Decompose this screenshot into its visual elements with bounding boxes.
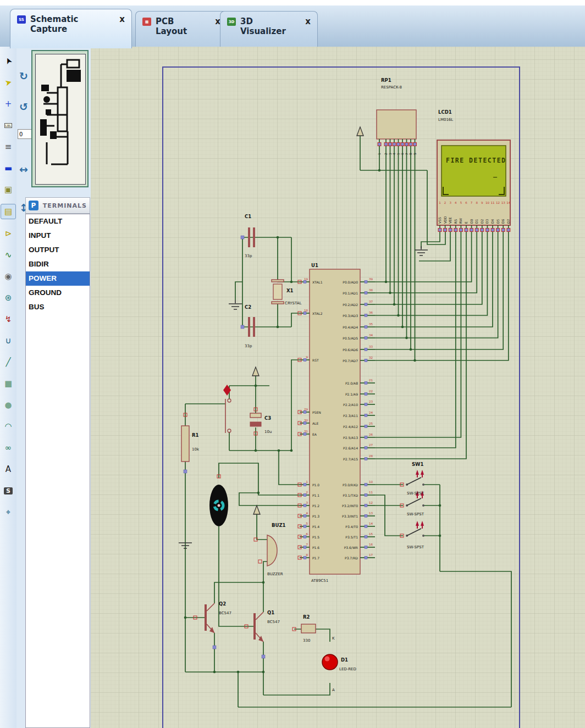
svg-text:P0.0/AD0: P0.0/AD0 bbox=[343, 280, 358, 284]
terminal-item-bidir[interactable]: BIDIR bbox=[26, 257, 90, 271]
svg-text:P3.0/RXD: P3.0/RXD bbox=[343, 483, 358, 487]
tab-schematic-capture[interactable]: SS Schematic Capture x bbox=[10, 9, 132, 48]
svg-text:C3: C3 bbox=[264, 415, 271, 421]
svg-text:9: 9 bbox=[413, 153, 417, 155]
subcircuit-icon[interactable]: ▣ bbox=[1, 182, 15, 197]
svg-text:RP1: RP1 bbox=[381, 77, 391, 83]
svg-text:P2.1/A9: P2.1/A9 bbox=[345, 392, 358, 396]
svg-text:BC547: BC547 bbox=[219, 611, 231, 615]
svg-text:8: 8 bbox=[306, 553, 308, 557]
terminals-p-icon[interactable]: P bbox=[29, 201, 38, 210]
svg-text:18: 18 bbox=[304, 309, 308, 312]
generator-mode-icon[interactable]: ⊛ bbox=[1, 291, 15, 305]
svg-text:CRYSTAL: CRYSTAL bbox=[285, 301, 302, 305]
schematic-canvas[interactable]: RP1 RESPACK-8 123456789 LCD1 LM016L FIRE… bbox=[91, 47, 585, 728]
terminals-mode-icon[interactable]: ▤ bbox=[1, 204, 16, 219]
terminals-panel-title: TERMINALS bbox=[43, 202, 87, 209]
svg-text:4: 4 bbox=[455, 201, 457, 204]
text-script-icon[interactable]: ≡ bbox=[1, 140, 15, 154]
undo-icon[interactable]: ↺ bbox=[16, 101, 31, 113]
redo-icon[interactable]: ↻ bbox=[16, 70, 31, 82]
path-2d-icon[interactable]: ∞ bbox=[1, 441, 15, 455]
svg-text:LCD1: LCD1 bbox=[438, 109, 452, 115]
svg-text:11: 11 bbox=[491, 201, 495, 204]
tape-recorder-icon[interactable]: ◉ bbox=[1, 269, 15, 284]
tab-close-icon[interactable]: x bbox=[119, 14, 125, 24]
svg-text:P2.6/A14: P2.6/A14 bbox=[343, 446, 358, 450]
svg-text:VSS: VSS bbox=[438, 217, 441, 224]
text-2d-icon[interactable]: A bbox=[1, 462, 15, 476]
current-probe-icon[interactable]: ∪ bbox=[1, 334, 15, 348]
terminal-item-output[interactable]: OUTPUT bbox=[26, 243, 90, 257]
circle-2d-icon[interactable]: ● bbox=[1, 398, 15, 412]
marker-2d-icon[interactable]: ⌖ bbox=[1, 505, 15, 519]
buses-icon[interactable]: ▬ bbox=[1, 161, 15, 175]
svg-text:31: 31 bbox=[304, 430, 308, 433]
arc-2d-icon[interactable]: ◠ bbox=[1, 419, 15, 434]
box-2d-icon[interactable]: ■ bbox=[1, 376, 15, 391]
svg-text:8: 8 bbox=[476, 201, 478, 204]
line-2d-icon[interactable]: ╱ bbox=[1, 355, 15, 369]
svg-text:7: 7 bbox=[471, 201, 473, 204]
component-mode-icon[interactable]: ➤ bbox=[1, 75, 15, 90]
svg-text:P3.1/TXD: P3.1/TXD bbox=[343, 493, 358, 497]
svg-text:2: 2 bbox=[306, 491, 308, 494]
graph-mode-icon[interactable]: ∿ bbox=[1, 248, 15, 262]
svg-text:ALE: ALE bbox=[312, 421, 318, 425]
tab-bar: SS Schematic Capture x ▦ PCB Layout x 3D… bbox=[0, 0, 585, 47]
voltage-probe-icon[interactable]: ↯ bbox=[1, 312, 15, 326]
svg-text:P0.5/AD5: P0.5/AD5 bbox=[343, 336, 358, 340]
svg-text:SW1: SW1 bbox=[412, 462, 423, 467]
svg-text:P1.0: P1.0 bbox=[312, 483, 319, 487]
svg-text:P2.2/A10: P2.2/A10 bbox=[343, 403, 358, 407]
terminal-item-bus[interactable]: BUS bbox=[26, 300, 90, 314]
svg-text:7: 7 bbox=[306, 543, 308, 546]
svg-text:PSEN: PSEN bbox=[312, 410, 321, 414]
svg-text:26: 26 bbox=[369, 433, 373, 436]
svg-text:P1.3: P1.3 bbox=[312, 514, 319, 518]
tab-close-icon[interactable]: x bbox=[305, 16, 311, 26]
terminal-item-power[interactable]: POWER bbox=[26, 271, 90, 286]
svg-text:27: 27 bbox=[369, 443, 373, 447]
svg-text:P3.7/RD: P3.7/RD bbox=[345, 556, 358, 560]
svg-text:LM016L: LM016L bbox=[438, 118, 453, 122]
svg-text:P0.3/AD3: P0.3/AD3 bbox=[343, 314, 358, 318]
svg-text:R1: R1 bbox=[192, 432, 199, 438]
svg-text:6: 6 bbox=[465, 201, 467, 204]
svg-text:5: 5 bbox=[460, 201, 462, 204]
terminal-item-input[interactable]: INPUT bbox=[26, 229, 90, 243]
svg-text:P3.2/INT0: P3.2/INT0 bbox=[342, 504, 358, 508]
svg-text:VEE: VEE bbox=[448, 217, 452, 224]
svg-text:C1: C1 bbox=[245, 214, 251, 219]
svg-text:3: 3 bbox=[306, 501, 308, 504]
svg-text:D4: D4 bbox=[490, 219, 494, 224]
symbol-2d-icon[interactable]: S bbox=[1, 484, 15, 498]
device-pins-icon[interactable]: ⊳ bbox=[1, 226, 15, 241]
svg-text:4: 4 bbox=[306, 512, 308, 515]
svg-text:P3.6/WR: P3.6/WR bbox=[344, 546, 358, 549]
svg-text:LED-RED: LED-RED bbox=[339, 667, 356, 671]
3d-visualizer-icon: 3D bbox=[227, 18, 236, 26]
overview-preview[interactable] bbox=[31, 50, 89, 187]
svg-text:5: 5 bbox=[306, 522, 308, 525]
svg-text:SW-SPST: SW-SPST bbox=[407, 545, 424, 549]
junction-dot-icon[interactable]: + bbox=[1, 97, 15, 111]
tab-3d-visualizer[interactable]: 3D 3D Visualizer x bbox=[220, 11, 318, 48]
selection-pointer-icon[interactable]: ➤ bbox=[1, 54, 15, 68]
svg-text:15: 15 bbox=[369, 532, 373, 536]
svg-text:16: 16 bbox=[369, 543, 373, 546]
rotation-angle-input[interactable] bbox=[18, 129, 33, 139]
svg-text:10u: 10u bbox=[264, 430, 272, 434]
svg-text:21: 21 bbox=[369, 379, 373, 382]
svg-text:P1.6: P1.6 bbox=[312, 546, 319, 549]
mirror-horizontal-icon[interactable]: ↔ bbox=[16, 163, 31, 175]
terminal-item-default[interactable]: DEFAULT bbox=[26, 214, 90, 229]
svg-text:23: 23 bbox=[369, 400, 373, 403]
svg-text:13: 13 bbox=[369, 512, 373, 515]
tab-pcb-layout[interactable]: ▦ PCB Layout x bbox=[135, 11, 228, 48]
svg-text:SW-SPST: SW-SPST bbox=[407, 491, 424, 496]
svg-text:P3.4/T0: P3.4/T0 bbox=[345, 525, 358, 529]
terminal-item-ground[interactable]: GROUND bbox=[26, 286, 90, 300]
wire-label-icon[interactable]: LBL bbox=[1, 118, 15, 132]
svg-text:32: 32 bbox=[369, 356, 373, 359]
